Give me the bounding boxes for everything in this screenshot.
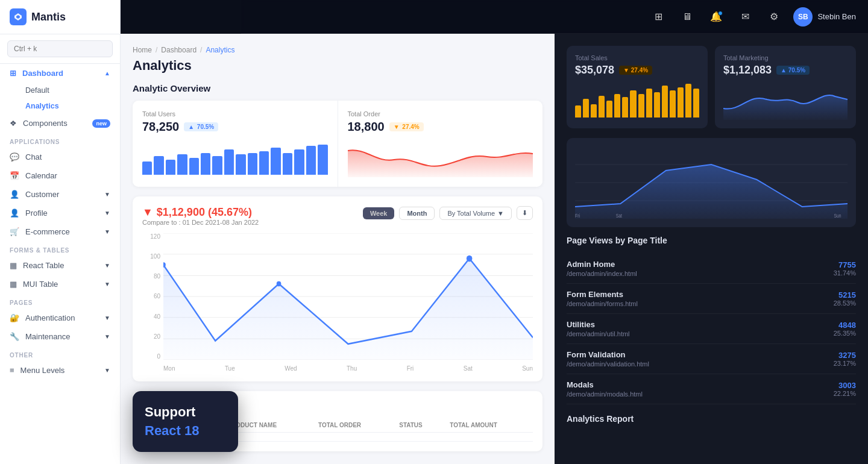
col-status: STATUS (394, 418, 445, 433)
profile-icon: 👤 (10, 208, 19, 218)
user-menu[interactable]: SB Stebin Ben (793, 7, 856, 27)
bar (224, 149, 234, 175)
chevron-up-icon: ▲ (104, 70, 110, 77)
chart-y-labels: 120 100 80 60 40 20 0 (142, 233, 160, 360)
sidebar-item-react-table[interactable]: ▦ React Table ▼ (0, 256, 120, 275)
sidebar-sub-analytics[interactable]: Analytics (0, 98, 120, 114)
income-header: ▼ $1,12,900 (45.67%) Compare to : 01 Dec… (142, 206, 533, 226)
bar (306, 146, 316, 175)
week-button[interactable]: Week (363, 207, 395, 219)
chevron-down-icon-3: ▼ (104, 228, 110, 235)
income-card: ▼ $1,12,900 (45.67%) Compare to : 01 Dec… (133, 196, 542, 381)
stat-label-orders: Total Order (348, 110, 533, 118)
dark-income-card: Fri Sat Sun (567, 138, 856, 227)
bar (248, 153, 257, 175)
chevron-volume-icon: ▼ (497, 210, 504, 217)
chevron-down-icon: ▼ (104, 191, 110, 198)
dark-stat-value-marketing: $1,12,083 ▲ 70.5% (723, 64, 848, 77)
chevron-down-icon-6: ▼ (104, 315, 110, 321)
page-view-item: Form Validation /demo/admin/validation.h… (567, 344, 856, 374)
settings-button[interactable]: ⚙ (764, 7, 784, 27)
sidebar-item-chat[interactable]: 💬 Chat (0, 148, 120, 166)
sidebar-item-customer[interactable]: 👤 Customer ▼ (0, 185, 120, 204)
dark-stat-label-marketing: Total Marketing (723, 54, 848, 61)
breadcrumb: Home / Dashboard / Analytics (133, 46, 542, 54)
stat-card-orders: Total Order 18,800 ▼ 27.4% (338, 101, 543, 187)
dark-stat-card-marketing: Total Marketing $1,12,083 ▲ 70.5% (715, 46, 856, 128)
chevron-down-icon-8: ▼ (104, 367, 110, 374)
month-button[interactable]: Month (399, 207, 435, 220)
sidebar-item-components[interactable]: ❖ Components new (0, 114, 120, 133)
col-total-amount: TOTAL AMOUNT (445, 418, 533, 433)
calendar-icon: 📅 (10, 171, 19, 180)
page-views-title: Page Views by Page Title (567, 236, 856, 245)
svg-point-8 (277, 281, 281, 286)
sidebar-item-dashboard[interactable]: ⊞ Dashboard ▲ (0, 64, 120, 83)
dashboard-icon: ⊞ (10, 69, 16, 78)
mini-area-orders (348, 139, 533, 177)
applications-section-label: Applications (0, 133, 120, 148)
page-view-item: Modals /demo/admin/modals.html 3003 22.2… (567, 374, 856, 404)
components-icon: ❖ (10, 119, 17, 128)
topbar-icons: ⊞ 🖥 🔔 ✉ ⚙ SB Stebin Ben (649, 7, 856, 27)
chevron-down-icon-7: ▼ (104, 333, 110, 340)
stat-badge-orders: ▼ 27.4% (389, 122, 424, 131)
logo-text: Mantis (31, 11, 66, 24)
sidebar-item-mui-table[interactable]: ▦ MUI Table ▼ (0, 275, 120, 293)
chat-icon: 💬 (10, 152, 19, 161)
bar (271, 148, 280, 175)
dark-stat-value-sales: $35,078 ▼ 27.4% (575, 64, 699, 77)
dark-stat-label-sales: Total Sales (575, 54, 699, 61)
chart-plot-area (163, 233, 533, 360)
maintenance-icon: 🔧 (10, 332, 19, 341)
bar (142, 161, 152, 175)
income-controls: Week Month By Total Volume ▼ ⬇ (363, 206, 533, 220)
sidebar-item-maintenance[interactable]: 🔧 Maintenance ▼ (0, 327, 120, 346)
support-popup[interactable]: Support React 18 (133, 391, 238, 452)
page-view-item: Admin Home /demo/admin/index.html 7755 3… (567, 254, 856, 284)
support-popup-title: Support (145, 404, 226, 420)
svg-point-9 (467, 256, 473, 262)
page-view-item: Utilities /demo/admin/util.html 4848 25.… (567, 314, 856, 344)
forms-tables-section-label: Forms & Tables (0, 241, 120, 256)
sidebar-item-profile[interactable]: 👤 Profile ▼ (0, 204, 120, 222)
sidebar-item-ecommerce[interactable]: 🛒 E-commerce ▼ (0, 222, 120, 241)
svg-text:Sat: Sat (616, 213, 623, 219)
mail-button[interactable]: ✉ (735, 7, 755, 27)
svg-text:Sun: Sun (834, 213, 841, 219)
stat-card-users: Total Users 78,250 ▲ 70.5% (133, 101, 338, 187)
income-info: ▼ $1,12,900 (45.67%) Compare to : 01 Dec… (142, 206, 259, 226)
sidebar-item-calendar[interactable]: 📅 Calendar (0, 166, 120, 185)
stat-cards-row: Total Users 78,250 ▲ 70.5% (133, 101, 542, 187)
chart-x-labels: Mon Tue Wed Thu Fri Sat Sun (163, 365, 533, 372)
pages-section-label: Pages (0, 293, 120, 309)
mui-table-icon: ▦ (10, 280, 17, 289)
download-button[interactable]: ⬇ (517, 206, 533, 220)
topbar: ⊞ 🖥 🔔 ✉ ⚙ SB Stebin Ben (241, 0, 868, 34)
sidebar-item-authentication[interactable]: 🔐 Authentication ▼ (0, 309, 120, 327)
page-view-item: Form Elements /demo/admin/forms.html 521… (567, 284, 856, 314)
dark-stat-badge-marketing: ▲ 70.5% (776, 66, 810, 75)
components-badge: new (92, 119, 110, 128)
bar (201, 153, 210, 175)
page-views-list: Admin Home /demo/admin/index.html 7755 3… (567, 254, 856, 404)
search-input[interactable] (7, 40, 113, 57)
auth-icon: 🔐 (10, 313, 19, 322)
ecommerce-icon: 🛒 (10, 227, 19, 236)
sidebar-item-menu-levels[interactable]: ≡ Menu Levels ▼ (0, 361, 120, 380)
stat-label-users: Total Users (142, 110, 328, 118)
stat-value-users: 78,250 ▲ 70.5% (142, 120, 328, 134)
apps-button[interactable]: ⊞ (649, 7, 668, 27)
notifications-button[interactable]: 🔔 (706, 7, 726, 27)
username: Stebin Ben (817, 12, 856, 21)
stat-value-orders: 18,800 ▼ 27.4% (348, 120, 533, 134)
sidebar-logo[interactable]: Mantis (0, 0, 120, 34)
bar (212, 156, 222, 175)
react-table-icon: ▦ (10, 261, 17, 270)
bar (259, 151, 269, 175)
monitor-button[interactable]: 🖥 (678, 7, 697, 27)
volume-button[interactable]: By Total Volume ▼ (439, 207, 512, 220)
income-compare: Compare to : 01 Dec 2021-08 Jan 2022 (142, 219, 259, 226)
sidebar-sub-default[interactable]: Default (0, 83, 120, 98)
dark-stat-badge-sales: ▼ 27.4% (619, 66, 652, 75)
